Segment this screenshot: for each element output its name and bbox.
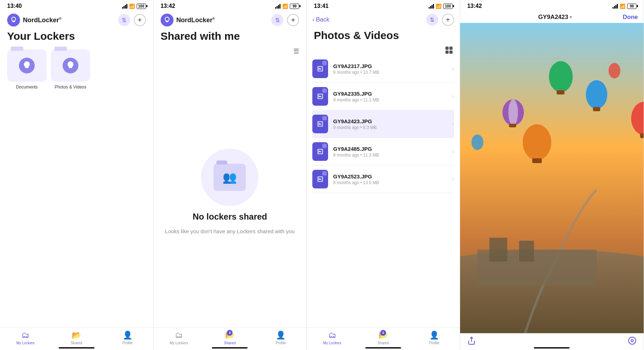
signal-icon-1 xyxy=(122,4,127,9)
viewer-title-button[interactable]: GY9A2423 ▾ xyxy=(538,14,572,21)
grid-icon xyxy=(445,47,453,54)
file-item-1[interactable]: GY9A2335.JPG 9 months ago • 11.1 MB › xyxy=(312,83,454,110)
spacer-1 xyxy=(0,93,153,327)
file-info-2: GY9A2423.JPG 9 months ago • 8.3 MB xyxy=(333,118,447,130)
viewer-title: GY9A2423 xyxy=(538,14,568,21)
locker-grid: Documents Photos & Videos xyxy=(0,46,153,93)
grid-view-btn[interactable] xyxy=(445,47,453,54)
file-name-1: GY9A2335.JPG xyxy=(333,91,447,97)
empty-title: No lockers shared xyxy=(192,212,267,222)
shared-badge-2: 8 xyxy=(227,330,233,336)
empty-subtitle: Looks like you don't have any Lockers sh… xyxy=(165,227,294,236)
svg-rect-12 xyxy=(557,90,565,95)
svg-rect-4 xyxy=(519,241,534,262)
status-bar-4: 13:42 📶 99 xyxy=(460,0,644,11)
logo-text-1: NordLocker® xyxy=(23,16,62,24)
file-item-2[interactable]: GY9A2423.JPG 9 months ago • 8.3 MB › xyxy=(312,110,454,138)
back-button[interactable]: ‹ Back xyxy=(312,16,329,23)
tab-label-profile-1: Profile xyxy=(122,341,132,345)
tab-bar-1: 🗂 My Lockers 📂 Shared 👤 Profile xyxy=(0,327,153,350)
tab-my-lockers-3[interactable]: 🗂 My Lockers xyxy=(307,331,358,345)
signal-icon-4 xyxy=(613,4,618,9)
battery-4: 99 xyxy=(627,4,636,9)
status-icons-4: 📶 99 xyxy=(613,4,636,9)
tab-icon-profile-3: 👤 xyxy=(429,331,439,340)
file-icon-1 xyxy=(312,87,328,106)
file-name-4: GY9A2523.JPG xyxy=(333,173,447,179)
tab-bar-3: 🗂 My Lockers 9 📂 Shared 👤 Profile xyxy=(307,327,460,350)
file-info-1: GY9A2335.JPG 9 months ago • 11.1 MB xyxy=(333,91,447,102)
tab-my-lockers-1[interactable]: 🗂 My Lockers xyxy=(0,331,51,345)
sync-button-2[interactable]: ⇅ xyxy=(271,14,283,26)
share-button[interactable] xyxy=(467,336,476,347)
battery-3: 100 xyxy=(443,4,453,9)
sync-button-1[interactable]: ⇅ xyxy=(118,14,130,26)
locker-item-documents[interactable]: Documents xyxy=(7,49,47,90)
locker-item-photos[interactable]: Photos & Videos xyxy=(51,49,90,90)
svg-point-21 xyxy=(629,337,636,344)
tab-icon-profile-2: 👤 xyxy=(276,331,286,340)
tab-icon-shared-1: 📂 xyxy=(72,331,81,340)
file-meta-4: 8 months ago • 13.5 MB xyxy=(333,180,447,185)
tab-shared-1[interactable]: 📂 Shared xyxy=(51,331,102,345)
file-item-4[interactable]: GY9A2523.JPG 8 months ago • 13.5 MB › xyxy=(312,166,454,193)
folder-logo-photos xyxy=(63,58,78,73)
tab-bar-2: 🗂 My Lockers 8 📂 Shared 👤 Profile xyxy=(153,327,307,350)
tab-label-my-lockers-1: My Lockers xyxy=(16,341,35,345)
sync-button-3[interactable]: ⇅ xyxy=(426,14,438,26)
svg-rect-15 xyxy=(509,124,516,127)
tab-profile-2[interactable]: 👤 Profile xyxy=(255,331,307,345)
file-chevron-3: › xyxy=(452,148,454,155)
file-chevron-1: › xyxy=(452,93,454,100)
nordlocker-logo-icon-2 xyxy=(161,14,174,27)
wifi-icon-1: 📶 xyxy=(129,4,135,9)
file-name-2: GY9A2423.JPG xyxy=(333,118,447,124)
file-info-4: GY9A2523.JPG 8 months ago • 13.5 MB xyxy=(333,173,447,185)
file-icon-4 xyxy=(312,170,328,188)
signal-icon-3 xyxy=(429,4,434,9)
locker-folder-photos xyxy=(51,49,90,82)
image-preview[interactable] xyxy=(460,23,644,333)
file-item-3[interactable]: GY9A2485.JPG 9 months ago • 11.3 MB › xyxy=(312,138,454,166)
nordlocker-logo-icon-1 xyxy=(7,14,20,27)
tab-icon-my-lockers-3: 🗂 xyxy=(328,331,336,340)
file-info-3: GY9A2485.JPG 9 months ago • 11.3 MB xyxy=(333,146,447,158)
add-button-2[interactable]: + xyxy=(287,14,299,26)
file-name-3: GY9A2485.JPG xyxy=(333,146,447,152)
file-meta-2: 9 months ago • 8.3 MB xyxy=(333,125,447,130)
tab-shared-3[interactable]: 9 📂 Shared xyxy=(358,331,409,345)
folder-logo-svg-2 xyxy=(65,61,75,71)
tab-shared-2[interactable]: 8 📂 Shared xyxy=(204,331,255,345)
file-item-0[interactable]: GY9A2317.JPG 9 months ago • 10.7 MB › xyxy=(312,55,454,83)
folder-logo-documents xyxy=(19,58,35,73)
page-title-1: Your Lockers xyxy=(0,29,153,46)
list-view-btn[interactable]: ☰ xyxy=(293,47,299,55)
file-info-0: GY9A2317.JPG 9 months ago • 10.7 MB xyxy=(333,63,447,75)
tab-label-shared-3: Shared xyxy=(377,341,389,345)
tab-my-lockers-2[interactable]: 🗂 My Lockers xyxy=(153,331,205,345)
view-toggle-3 xyxy=(307,45,460,55)
svg-point-11 xyxy=(549,61,573,92)
file-meta-3: 9 months ago • 11.3 MB xyxy=(333,153,447,158)
empty-folder-icon-container: 👥 xyxy=(214,164,246,191)
folder-logo-svg-1 xyxy=(22,61,32,71)
navigate-button[interactable] xyxy=(628,336,636,347)
file-icon-3 xyxy=(312,142,328,161)
svg-point-7 xyxy=(586,80,607,109)
screen-photos-videos: 13:41 📶 100 ‹ Back ⇅ + Photos & Videos xyxy=(307,0,460,350)
done-button[interactable]: Done xyxy=(623,14,638,21)
viewer-share-bar xyxy=(460,333,644,350)
status-time-4: 13:42 xyxy=(467,3,482,9)
bottom-indicator-4 xyxy=(534,347,570,349)
battery-1: 100 xyxy=(137,4,146,9)
tab-profile-1[interactable]: 👤 Profile xyxy=(102,331,153,345)
page-title-2: Shared with me xyxy=(153,29,307,46)
add-button-1[interactable]: + xyxy=(134,14,146,26)
image-file-svg-3 xyxy=(316,148,324,155)
header-actions-1: ⇅ + xyxy=(118,14,146,26)
add-button-3[interactable]: + xyxy=(442,14,454,26)
bottom-indicator-1 xyxy=(59,347,94,349)
svg-rect-3 xyxy=(489,238,507,262)
empty-state: 👥 No lockers shared Looks like you don't… xyxy=(153,57,307,327)
tab-profile-3[interactable]: 👤 Profile xyxy=(409,331,460,345)
